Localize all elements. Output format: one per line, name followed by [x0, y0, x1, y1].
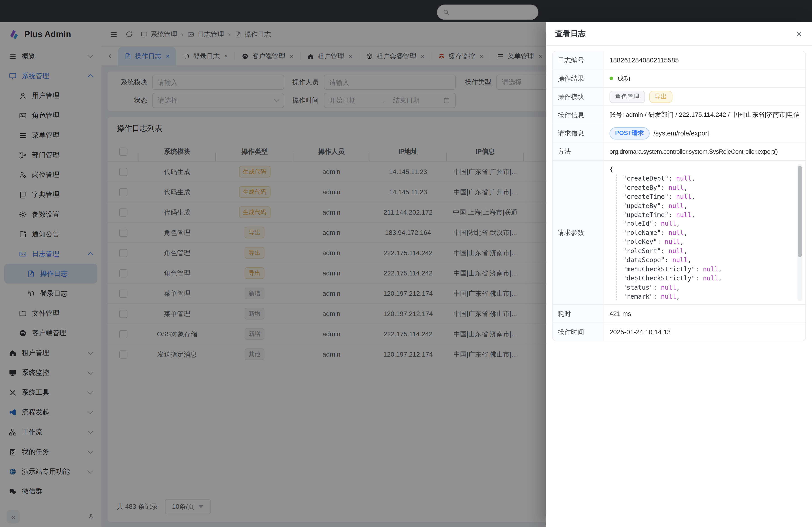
- detail-row-result: 操作结果 成功: [553, 70, 806, 88]
- method-value: org.dromara.system.controller.system.Sys…: [609, 148, 778, 155]
- operation-time-value: 2025-01-24 10:14:13: [609, 328, 671, 336]
- operation-type-tag: 导出: [649, 91, 672, 103]
- view-log-drawer: 查看日志 日志编号 1882612840802115585 操作结果 成功 操作…: [546, 22, 812, 527]
- operation-info-value: 账号: admin / 研发部门 / 222.175.114.242 / 中国|…: [609, 111, 800, 119]
- detail-row-info: 操作信息 账号: admin / 研发部门 / 222.175.114.242 …: [553, 106, 806, 124]
- close-icon[interactable]: [795, 30, 803, 38]
- detail-row-params: 请求参数 { createDeptnull createBynull creat…: [553, 161, 806, 305]
- drawer-title: 查看日志: [555, 29, 586, 39]
- result-value: 成功: [617, 74, 630, 83]
- detail-row-time: 操作时间 2025-01-24 10:14:13: [553, 323, 806, 341]
- module-tag: 角色管理: [609, 91, 645, 103]
- drawer-header: 查看日志: [546, 22, 812, 46]
- request-params-json[interactable]: { createDeptnull createBynull createTime…: [603, 161, 806, 304]
- scrollbar[interactable]: [797, 164, 802, 301]
- scrollbar-thumb[interactable]: [798, 166, 802, 257]
- detail-row-method: 方法 org.dromara.system.controller.system.…: [553, 142, 806, 161]
- success-dot-icon: [609, 77, 613, 80]
- log-details: 日志编号 1882612840802115585 操作结果 成功 操作模块 角色…: [552, 51, 806, 341]
- detail-row-duration: 耗时 421 ms: [553, 305, 806, 323]
- detail-row-log-id: 日志编号 1882612840802115585: [553, 51, 806, 70]
- page: Plus Admin 概览 系统管理 用户管理 角色管理 菜单管理: [0, 0, 812, 527]
- request-url: /system/role/export: [653, 130, 709, 137]
- post-method-tag: POST请求: [609, 127, 649, 139]
- log-id-value: 1882612840802115585: [609, 56, 679, 64]
- detail-row-request: 请求信息 POST请求 /system/role/export: [553, 124, 806, 142]
- detail-row-module: 操作模块 角色管理 导出: [553, 88, 806, 106]
- duration-value: 421 ms: [609, 310, 631, 318]
